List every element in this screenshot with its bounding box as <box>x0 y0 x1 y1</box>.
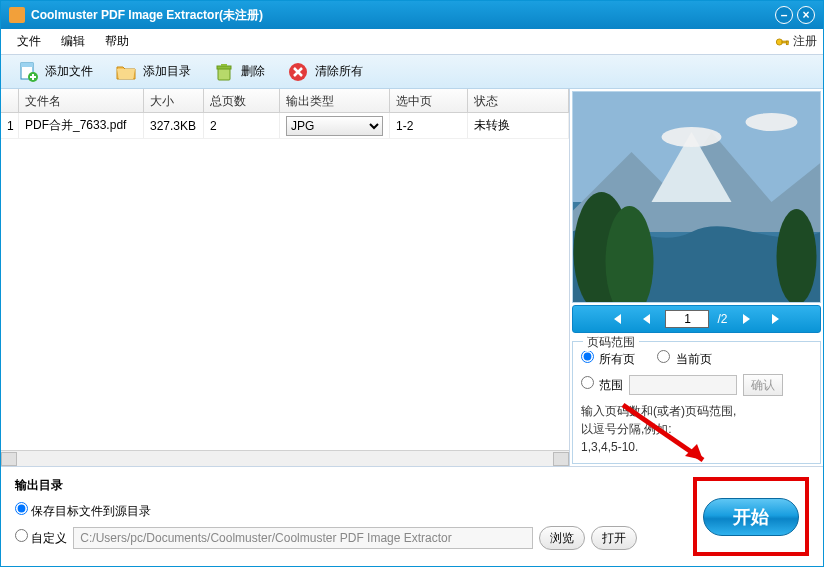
folder-add-icon <box>115 61 137 83</box>
cell-type: JPG <box>280 113 390 138</box>
prev-page-button[interactable] <box>635 309 657 329</box>
file-table: 文件名 大小 总页数 输出类型 选中页 状态 1 PDF合并_7633.pdf … <box>1 89 569 466</box>
output-title: 输出目录 <box>15 477 683 494</box>
page-range-group: 页码范围 所有页 当前页 范围 确认 输入页码数和(或者)页码范围, 以逗号分隔… <box>572 341 821 464</box>
last-page-button[interactable] <box>766 309 788 329</box>
app-icon <box>9 7 25 23</box>
col-status[interactable]: 状态 <box>468 89 569 112</box>
all-pages-radio[interactable]: 所有页 <box>581 350 635 368</box>
add-file-label: 添加文件 <box>45 63 93 80</box>
svg-point-0 <box>776 38 782 44</box>
svg-rect-7 <box>217 66 231 69</box>
cell-pages: 2 <box>204 113 280 138</box>
add-folder-button[interactable]: 添加目录 <box>105 57 201 87</box>
col-size[interactable]: 大小 <box>144 89 204 112</box>
output-type-select[interactable]: JPG <box>286 116 383 136</box>
current-page-radio[interactable]: 当前页 <box>657 350 711 368</box>
svg-point-14 <box>777 209 817 302</box>
table-row[interactable]: 1 PDF合并_7633.pdf 327.3KB 2 JPG 1-2 未转换 <box>1 113 569 139</box>
menubar: 文件 编辑 帮助 注册 <box>1 29 823 55</box>
range-legend: 页码范围 <box>583 334 639 351</box>
preview-image <box>572 91 821 303</box>
output-path-input[interactable] <box>73 527 533 549</box>
col-type[interactable]: 输出类型 <box>280 89 390 112</box>
preview-panel: /2 页码范围 所有页 当前页 范围 确认 输入页码数和(或者)页码范围, 以逗 <box>569 89 823 466</box>
close-button[interactable]: × <box>797 6 815 24</box>
browse-button[interactable]: 浏览 <box>539 526 585 550</box>
first-page-button[interactable] <box>605 309 627 329</box>
cell-index: 1 <box>1 113 19 138</box>
file-add-icon <box>17 61 39 83</box>
clear-all-button[interactable]: 清除所有 <box>277 57 373 87</box>
cell-name: PDF合并_7633.pdf <box>19 113 144 138</box>
register-link[interactable]: 注册 <box>775 33 817 50</box>
custom-path-radio[interactable]: 自定义 <box>15 529 67 547</box>
svg-point-15 <box>662 127 722 147</box>
col-pages[interactable]: 总页数 <box>204 89 280 112</box>
delete-button[interactable]: 删除 <box>203 57 275 87</box>
menu-edit[interactable]: 编辑 <box>51 29 95 54</box>
start-button[interactable]: 开始 <box>703 498 799 536</box>
col-name[interactable]: 文件名 <box>19 89 144 112</box>
delete-label: 删除 <box>241 63 265 80</box>
cell-size: 327.3KB <box>144 113 204 138</box>
range-input[interactable] <box>629 375 737 395</box>
col-selected[interactable]: 选中页 <box>390 89 468 112</box>
svg-rect-4 <box>21 63 33 67</box>
toolbar: 添加文件 添加目录 删除 清除所有 <box>1 55 823 89</box>
window-title: Coolmuster PDF Image Extractor(未注册) <box>31 7 771 24</box>
minimize-button[interactable]: – <box>775 6 793 24</box>
svg-point-16 <box>746 113 798 131</box>
horizontal-scrollbar[interactable] <box>1 450 569 466</box>
menu-help[interactable]: 帮助 <box>95 29 139 54</box>
clear-icon <box>287 61 309 83</box>
col-index <box>1 89 19 112</box>
register-label: 注册 <box>793 33 817 50</box>
output-bar: 输出目录 保存目标文件到源目录 自定义 浏览 打开 开始 <box>1 467 823 566</box>
svg-rect-8 <box>221 64 227 66</box>
scroll-right-icon[interactable] <box>553 452 569 466</box>
menu-file[interactable]: 文件 <box>7 29 51 54</box>
cell-selected: 1-2 <box>390 113 468 138</box>
svg-rect-2 <box>786 41 788 45</box>
clear-all-label: 清除所有 <box>315 63 363 80</box>
svg-rect-6 <box>218 68 230 80</box>
page-total: /2 <box>717 312 727 326</box>
key-icon <box>775 35 789 49</box>
add-file-button[interactable]: 添加文件 <box>7 57 103 87</box>
trash-icon <box>213 61 235 83</box>
range-radio[interactable]: 范围 <box>581 376 623 394</box>
page-navigator: /2 <box>572 305 821 333</box>
titlebar: Coolmuster PDF Image Extractor(未注册) – × <box>1 1 823 29</box>
scroll-left-icon[interactable] <box>1 452 17 466</box>
open-button[interactable]: 打开 <box>591 526 637 550</box>
page-number-input[interactable] <box>665 310 709 328</box>
start-highlight: 开始 <box>693 477 809 556</box>
cell-status: 未转换 <box>468 113 569 138</box>
table-header: 文件名 大小 总页数 输出类型 选中页 状态 <box>1 89 569 113</box>
confirm-range-button[interactable]: 确认 <box>743 374 783 396</box>
add-folder-label: 添加目录 <box>143 63 191 80</box>
save-to-source-radio[interactable]: 保存目标文件到源目录 <box>15 502 151 520</box>
range-hint: 输入页码数和(或者)页码范围, 以逗号分隔,例如: 1,3,4,5-10. <box>581 402 812 456</box>
next-page-button[interactable] <box>736 309 758 329</box>
